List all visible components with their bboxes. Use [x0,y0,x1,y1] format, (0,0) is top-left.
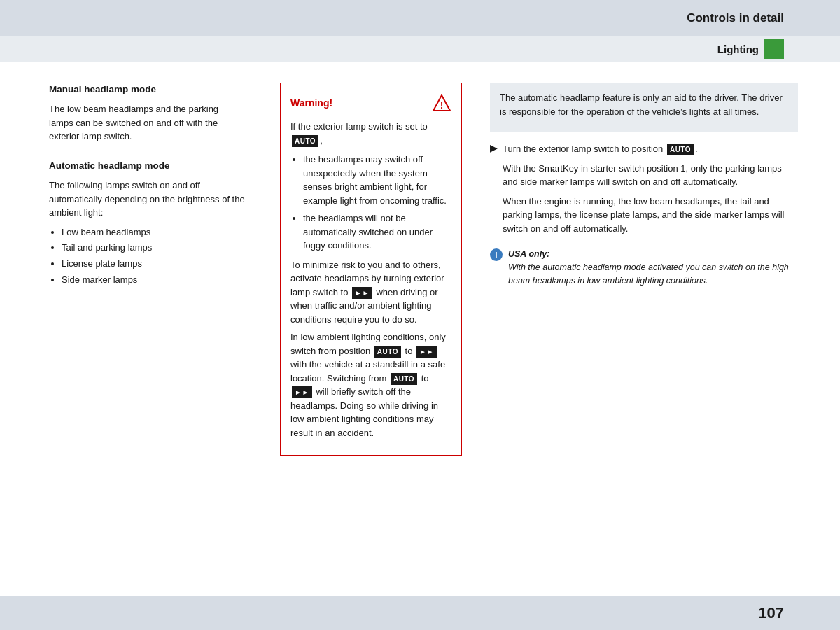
sd-badge-1: ►► [352,287,372,299]
page-number: 107 [758,604,784,622]
info-note-title: USA only: [508,249,550,259]
arrow-turn-text: Turn the exterior lamp switch to positio… [503,142,798,156]
list-item: License plate lamps [62,257,245,272]
auto-badge-2: AUTO [374,346,401,358]
info-box-text: The automatic headlamp feature is only a… [500,91,788,118]
info-circle-icon: i [490,248,503,261]
right-column: The automatic headlamp feature is only a… [476,83,798,465]
info-note: i USA only: With the automatic headlamp … [490,248,798,287]
info-box: The automatic headlamp feature is only a… [490,83,798,132]
footer-bar: 107 [0,596,840,630]
info-note-body: With the automatic headlamp mode activat… [508,262,789,286]
warning-header: Warning! ! [290,93,451,113]
main-content: Manual headlamp mode The low beam headla… [0,62,840,479]
warning-para2: In low ambient lighting conditions, only… [290,330,451,440]
green-accent-block [764,39,784,59]
info-note-content: USA only: With the automatic headlamp mo… [508,248,798,287]
lamp-list: Low beam headlamps Tail and parking lamp… [49,225,245,288]
warning-bullet-2: the headlamps will not be automatically … [303,211,451,253]
sd-badge-2: ►► [416,346,437,358]
header-bar: Controls in detail [0,0,840,36]
page-container: Controls in detail Lighting Manual headl… [0,0,840,630]
header-title: Controls in detail [687,11,784,25]
svg-text:!: ! [440,99,444,111]
warning-triangle-icon: ! [432,93,451,113]
auto-badge-right: AUTO [667,144,694,155]
warning-label: Warning! [290,97,332,108]
section-title: Lighting [718,43,759,55]
sd-badge-3: ►► [292,386,312,398]
arrow-content: Turn the exterior lamp switch to positio… [503,142,798,241]
heading-auto: Automatic headlamp mode [49,159,245,173]
auto-badge: AUTO [292,135,318,147]
arrow-instruction: ▶ Turn the exterior lamp switch to posit… [490,142,798,241]
section-bar: Lighting [0,36,840,62]
arrow-engine-para: When the engine is running, the low beam… [503,195,798,236]
warning-box: Warning! ! If the exterior lamp switch i… [280,83,462,456]
warning-body: If the exterior lamp switch is set to AU… [290,120,451,440]
heading-manual: Manual headlamp mode [49,83,245,97]
arrow-smartkey-para: With the SmartKey in starter switch posi… [503,162,798,189]
middle-column: Warning! ! If the exterior lamp switch i… [266,83,476,465]
para-auto: The following lamps switch on and off au… [49,178,245,220]
arrow-icon: ▶ [490,143,497,153]
warning-intro-para: If the exterior lamp switch is set to AU… [290,120,451,147]
warning-bullets: the headlamps may switch off unexpectedl… [290,153,451,253]
auto-badge-3: AUTO [391,373,417,385]
warning-para1: To minimize risk to you and to others, a… [290,258,451,327]
list-item: Tail and parking lamps [62,241,245,255]
left-column: Manual headlamp mode The low beam headla… [49,83,266,465]
para-manual: The low beam headlamps and the parking l… [49,102,245,144]
list-item: Side marker lamps [62,273,245,288]
warning-bullet-1: the headlamps may switch off unexpectedl… [303,153,451,207]
list-item: Low beam headlamps [62,225,245,240]
